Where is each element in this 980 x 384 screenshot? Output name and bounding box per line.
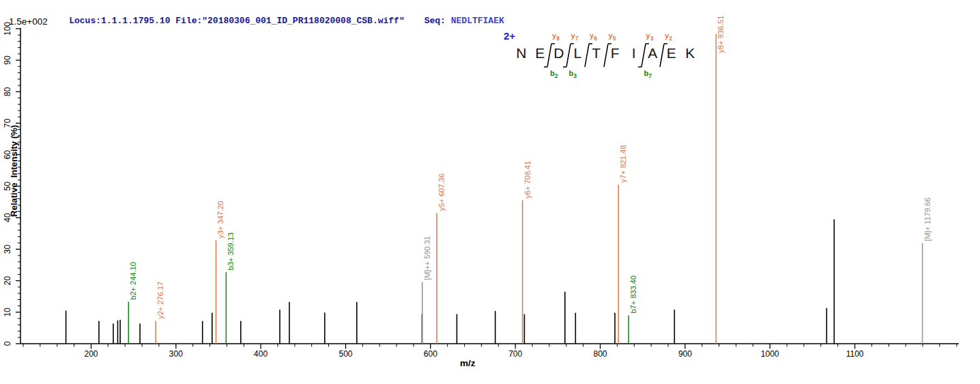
peak-label: b3+ 359.13 [227,232,235,270]
x-tick-label: 700 [508,349,522,359]
x-tick-label: 1100 [846,349,864,359]
peak-label: b7+ 833.40 [629,275,637,313]
y-tick-label: 40 [3,213,12,223]
peak-label: y3+ 347.20 [217,201,225,238]
peak-label: [M]+ 1179.66 [923,197,932,241]
fragmentation-marker [600,41,612,71]
peptide-annotation: NEDLTFIAEKy8b2y7b3y6y5y3b7y2 [512,45,703,61]
y-tick-label: 0 [3,341,12,346]
y-tick-label: 70 [3,118,12,128]
x-tick-label: 1000 [761,349,779,359]
fragmentation-marker [656,41,668,71]
x-tick-label: 300 [169,349,183,359]
fragmentation-marker [543,41,556,71]
x-tick-label: 500 [338,349,352,359]
peak-label: y7+ 821.48 [619,145,627,182]
peak-label: y5+ 607.36 [437,174,446,211]
ms2-spectrum-viewer: Locus:1.1.1.1795.10 File:"20180306_001_I… [0,0,980,384]
y-tick-label: 20 [3,276,12,286]
peptide-sequence: NEDLTFIAEKy8b2y7b3y6y5y3b7y2 [512,45,703,61]
peak-label: b2+ 244.10 [129,262,137,299]
y-tick-label: 80 [3,87,12,96]
residue: N [512,45,531,61]
y-tick-label: 30 [3,245,12,254]
y-ion-label: y8 [552,31,560,42]
y-ion-label: y7 [571,31,579,42]
y-ion-label: y6 [590,31,597,42]
b-ion-label: b7 [644,69,652,80]
b-ion-label: b2 [550,69,558,80]
peak-label: [M]++ 590.31 [423,236,431,280]
y-tick-label: 90 [3,55,12,65]
charge-state: 2+ [504,30,515,42]
x-axis-title: m/z [460,358,476,368]
x-tick-label: 800 [593,349,607,359]
y-tick-label: 100 [3,22,12,36]
y-ion-label: y2 [665,31,672,42]
y-ion-label: y3 [646,31,654,42]
fragmentation-marker [581,41,593,71]
peak-label: y8+ 936.51 [717,16,725,53]
x-tick-label: 600 [424,349,437,359]
x-tick-label: 400 [254,349,268,359]
fragmentation-marker [637,41,650,71]
peak-label: y2+ 276.17 [156,282,164,319]
peak-label: y6+ 708.41 [523,161,532,198]
x-tick-label: 900 [678,349,692,359]
x-tick-label: 200 [84,349,98,359]
residue: K [681,45,700,61]
y-ion-label: y5 [609,31,616,42]
fragmentation-marker [562,41,575,71]
y-tick-label: 50 [3,182,12,191]
y-tick-label: 60 [3,150,12,159]
b-ion-label: b3 [569,69,577,80]
y-tick-label: 10 [3,307,12,317]
spectrum-plot: 2003004005006007008009001000110001020304… [0,0,980,384]
